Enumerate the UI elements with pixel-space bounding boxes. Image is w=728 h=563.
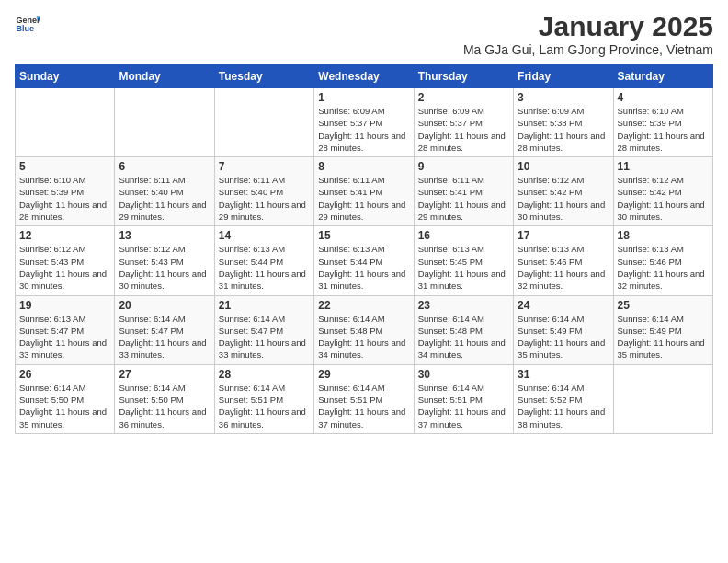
day-info: Sunrise: 6:09 AM Sunset: 5:37 PM Dayligh…	[418, 105, 509, 154]
day-info: Sunrise: 6:13 AM Sunset: 5:44 PM Dayligh…	[219, 243, 310, 292]
calendar-cell	[214, 88, 313, 157]
day-info: Sunrise: 6:11 AM Sunset: 5:41 PM Dayligh…	[318, 174, 409, 223]
calendar-cell: 3Sunrise: 6:09 AM Sunset: 5:38 PM Daylig…	[514, 88, 613, 157]
calendar-cell: 26Sunrise: 6:14 AM Sunset: 5:50 PM Dayli…	[16, 364, 115, 433]
calendar-cell: 4Sunrise: 6:10 AM Sunset: 5:39 PM Daylig…	[613, 88, 712, 157]
day-number: 31	[518, 368, 609, 381]
day-number: 21	[219, 299, 310, 312]
day-number: 15	[318, 229, 409, 242]
day-info: Sunrise: 6:14 AM Sunset: 5:49 PM Dayligh…	[518, 313, 609, 362]
day-info: Sunrise: 6:14 AM Sunset: 5:52 PM Dayligh…	[518, 382, 609, 431]
day-number: 12	[19, 229, 110, 242]
calendar-cell: 7Sunrise: 6:11 AM Sunset: 5:40 PM Daylig…	[214, 157, 313, 226]
calendar-cell: 25Sunrise: 6:14 AM Sunset: 5:49 PM Dayli…	[613, 295, 712, 364]
logo-icon: General Blue	[15, 11, 40, 37]
day-info: Sunrise: 6:12 AM Sunset: 5:42 PM Dayligh…	[618, 174, 709, 223]
day-info: Sunrise: 6:14 AM Sunset: 5:49 PM Dayligh…	[618, 313, 709, 362]
day-info: Sunrise: 6:13 AM Sunset: 5:46 PM Dayligh…	[518, 243, 609, 292]
day-number: 25	[618, 299, 709, 312]
calendar-subtitle: Ma GJa Gui, Lam GJong Province, Vietnam	[463, 42, 713, 57]
header-thursday: Thursday	[414, 65, 513, 88]
day-info: Sunrise: 6:11 AM Sunset: 5:41 PM Dayligh…	[418, 174, 509, 223]
day-number: 29	[318, 368, 409, 381]
day-info: Sunrise: 6:10 AM Sunset: 5:39 PM Dayligh…	[19, 174, 110, 223]
day-info: Sunrise: 6:14 AM Sunset: 5:51 PM Dayligh…	[219, 382, 310, 431]
day-number: 9	[418, 160, 509, 173]
day-number: 8	[318, 160, 409, 173]
calendar-cell: 20Sunrise: 6:14 AM Sunset: 5:47 PM Dayli…	[115, 295, 214, 364]
header-saturday: Saturday	[613, 65, 712, 88]
calendar-cell: 12Sunrise: 6:12 AM Sunset: 5:43 PM Dayli…	[16, 226, 115, 295]
calendar-cell: 6Sunrise: 6:11 AM Sunset: 5:40 PM Daylig…	[115, 157, 214, 226]
week-row-1: 1Sunrise: 6:09 AM Sunset: 5:37 PM Daylig…	[16, 88, 713, 157]
day-info: Sunrise: 6:14 AM Sunset: 5:51 PM Dayligh…	[418, 382, 509, 431]
calendar-cell: 27Sunrise: 6:14 AM Sunset: 5:50 PM Dayli…	[115, 364, 214, 433]
day-info: Sunrise: 6:11 AM Sunset: 5:40 PM Dayligh…	[119, 174, 210, 223]
day-info: Sunrise: 6:13 AM Sunset: 5:46 PM Dayligh…	[618, 243, 709, 292]
header-tuesday: Tuesday	[214, 65, 313, 88]
day-info: Sunrise: 6:14 AM Sunset: 5:47 PM Dayligh…	[119, 313, 210, 362]
calendar-cell: 30Sunrise: 6:14 AM Sunset: 5:51 PM Dayli…	[414, 364, 513, 433]
calendar-cell	[115, 88, 214, 157]
day-info: Sunrise: 6:09 AM Sunset: 5:38 PM Dayligh…	[518, 105, 609, 154]
calendar-cell: 29Sunrise: 6:14 AM Sunset: 5:51 PM Dayli…	[314, 364, 414, 433]
day-info: Sunrise: 6:12 AM Sunset: 5:43 PM Dayligh…	[19, 243, 110, 292]
day-info: Sunrise: 6:14 AM Sunset: 5:50 PM Dayligh…	[119, 382, 210, 431]
day-number: 11	[618, 160, 709, 173]
day-info: Sunrise: 6:14 AM Sunset: 5:48 PM Dayligh…	[318, 313, 409, 362]
day-number: 28	[219, 368, 310, 381]
day-number: 2	[418, 91, 509, 104]
day-info: Sunrise: 6:11 AM Sunset: 5:40 PM Dayligh…	[219, 174, 310, 223]
calendar-table: Sunday Monday Tuesday Wednesday Thursday…	[15, 64, 713, 434]
day-info: Sunrise: 6:14 AM Sunset: 5:51 PM Dayligh…	[318, 382, 409, 431]
header-monday: Monday	[115, 65, 214, 88]
day-info: Sunrise: 6:14 AM Sunset: 5:50 PM Dayligh…	[19, 382, 110, 431]
calendar-cell: 5Sunrise: 6:10 AM Sunset: 5:39 PM Daylig…	[16, 157, 115, 226]
calendar-cell	[613, 364, 712, 433]
day-number: 27	[119, 368, 210, 381]
header: General Blue January 2025 Ma GJa Gui, La…	[15, 11, 713, 57]
day-number: 4	[618, 91, 709, 104]
calendar-cell: 22Sunrise: 6:14 AM Sunset: 5:48 PM Dayli…	[314, 295, 414, 364]
calendar-cell: 2Sunrise: 6:09 AM Sunset: 5:37 PM Daylig…	[414, 88, 513, 157]
day-info: Sunrise: 6:09 AM Sunset: 5:37 PM Dayligh…	[318, 105, 409, 154]
day-number: 13	[119, 229, 210, 242]
day-number: 6	[119, 160, 210, 173]
header-sunday: Sunday	[16, 65, 115, 88]
calendar-cell: 1Sunrise: 6:09 AM Sunset: 5:37 PM Daylig…	[314, 88, 414, 157]
day-info: Sunrise: 6:13 AM Sunset: 5:44 PM Dayligh…	[318, 243, 409, 292]
calendar-cell: 31Sunrise: 6:14 AM Sunset: 5:52 PM Dayli…	[514, 364, 613, 433]
calendar-cell: 9Sunrise: 6:11 AM Sunset: 5:41 PM Daylig…	[414, 157, 513, 226]
week-row-5: 26Sunrise: 6:14 AM Sunset: 5:50 PM Dayli…	[16, 364, 713, 433]
calendar-cell: 17Sunrise: 6:13 AM Sunset: 5:46 PM Dayli…	[514, 226, 613, 295]
calendar-cell	[16, 88, 115, 157]
day-info: Sunrise: 6:14 AM Sunset: 5:47 PM Dayligh…	[219, 313, 310, 362]
title-block: January 2025 Ma GJa Gui, Lam GJong Provi…	[463, 11, 713, 57]
day-info: Sunrise: 6:13 AM Sunset: 5:47 PM Dayligh…	[19, 313, 110, 362]
calendar-cell: 14Sunrise: 6:13 AM Sunset: 5:44 PM Dayli…	[214, 226, 313, 295]
calendar-cell: 24Sunrise: 6:14 AM Sunset: 5:49 PM Dayli…	[514, 295, 613, 364]
calendar-cell: 23Sunrise: 6:14 AM Sunset: 5:48 PM Dayli…	[414, 295, 513, 364]
day-number: 14	[219, 229, 310, 242]
day-info: Sunrise: 6:13 AM Sunset: 5:45 PM Dayligh…	[418, 243, 509, 292]
day-number: 19	[19, 299, 110, 312]
week-row-2: 5Sunrise: 6:10 AM Sunset: 5:39 PM Daylig…	[16, 157, 713, 226]
svg-text:Blue: Blue	[16, 24, 34, 33]
calendar-cell: 16Sunrise: 6:13 AM Sunset: 5:45 PM Dayli…	[414, 226, 513, 295]
header-wednesday: Wednesday	[314, 65, 414, 88]
calendar-cell: 21Sunrise: 6:14 AM Sunset: 5:47 PM Dayli…	[214, 295, 313, 364]
calendar-cell: 28Sunrise: 6:14 AM Sunset: 5:51 PM Dayli…	[214, 364, 313, 433]
day-info: Sunrise: 6:10 AM Sunset: 5:39 PM Dayligh…	[618, 105, 709, 154]
day-number: 7	[219, 160, 310, 173]
day-info: Sunrise: 6:12 AM Sunset: 5:43 PM Dayligh…	[119, 243, 210, 292]
calendar-cell: 8Sunrise: 6:11 AM Sunset: 5:41 PM Daylig…	[314, 157, 414, 226]
calendar-title: January 2025	[463, 11, 713, 42]
day-info: Sunrise: 6:14 AM Sunset: 5:48 PM Dayligh…	[418, 313, 509, 362]
day-number: 3	[518, 91, 609, 104]
day-number: 20	[119, 299, 210, 312]
calendar-cell: 18Sunrise: 6:13 AM Sunset: 5:46 PM Dayli…	[613, 226, 712, 295]
day-number: 18	[618, 229, 709, 242]
header-friday: Friday	[514, 65, 613, 88]
calendar-cell: 13Sunrise: 6:12 AM Sunset: 5:43 PM Dayli…	[115, 226, 214, 295]
week-row-3: 12Sunrise: 6:12 AM Sunset: 5:43 PM Dayli…	[16, 226, 713, 295]
